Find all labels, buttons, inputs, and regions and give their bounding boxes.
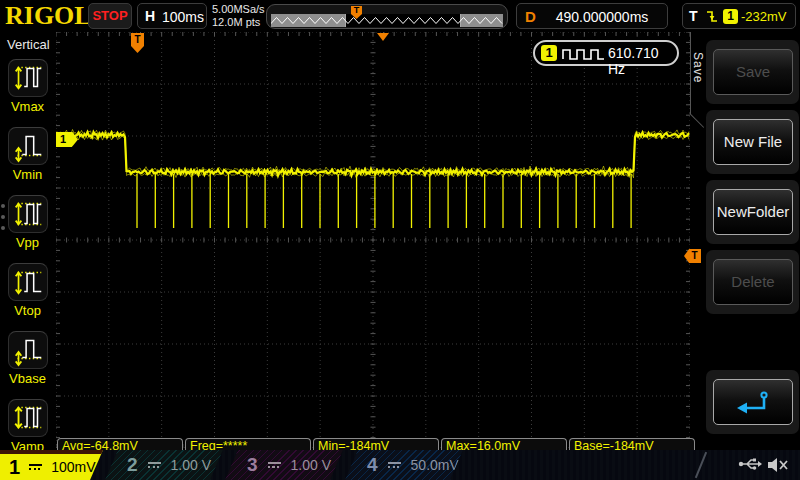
save-button[interactable]: Save bbox=[713, 49, 793, 95]
vmin-icon bbox=[8, 127, 48, 165]
overview-waveform bbox=[271, 14, 503, 27]
sidebar-item-vtop[interactable]: Vtop bbox=[0, 263, 55, 318]
oscilloscope-screen: RIGOL STOP H 100ms 5.00MSa/s 12.0M pts T… bbox=[0, 0, 800, 480]
sidebar-item-label: Vpp bbox=[0, 235, 55, 250]
dc-coupling-icon bbox=[148, 462, 161, 468]
channel-scale: 50.0mV bbox=[411, 457, 459, 473]
dc-coupling-icon bbox=[29, 464, 42, 470]
trigger-label: T bbox=[689, 8, 698, 24]
scope-graticule-and-trace bbox=[56, 32, 690, 448]
channel-number: 4 bbox=[367, 454, 378, 476]
falling-edge-icon bbox=[705, 9, 719, 25]
delay-label: D bbox=[525, 8, 536, 25]
menu-strip bbox=[706, 370, 799, 434]
page-indicator-dot bbox=[1, 226, 5, 230]
vamp-icon bbox=[8, 399, 48, 437]
channel-number: 1 bbox=[9, 456, 20, 479]
square-wave-icon bbox=[562, 46, 606, 63]
menu-strip: Delete bbox=[706, 250, 799, 314]
sidebar-item-vamp[interactable]: Vamp bbox=[0, 399, 55, 454]
vtop-icon bbox=[8, 263, 48, 301]
freq-counter-value: 610.710 Hz bbox=[608, 45, 677, 77]
dc-coupling-icon bbox=[268, 462, 281, 468]
sidebar-item-vmin[interactable]: Vmin bbox=[0, 127, 55, 182]
menu-title: Save bbox=[691, 52, 705, 83]
vpp-icon bbox=[8, 195, 48, 233]
channel-status-bar: 1 100mV 2 1.00 V 3 1.00 V 4 50.0mV bbox=[0, 450, 800, 480]
dc-coupling-icon bbox=[388, 462, 401, 468]
sidebar-item-vpp[interactable]: Vpp bbox=[0, 195, 55, 250]
trigger-source-badge: 1 bbox=[723, 9, 738, 24]
sidebar-item-label: Vtop bbox=[0, 303, 55, 318]
trigger-level-value: -232mV bbox=[741, 9, 787, 24]
menu-tab-border-diagonal bbox=[689, 113, 704, 128]
delay-box: D 490.000000ms bbox=[516, 3, 668, 29]
freq-counter-channel-badge: 1 bbox=[541, 45, 557, 61]
sidebar-item-vbase[interactable]: Vbase bbox=[0, 331, 55, 386]
usb-icon bbox=[738, 456, 762, 472]
page-indicator-dot bbox=[1, 204, 5, 208]
channel-2-tab[interactable]: 2 1.00 V bbox=[105, 450, 223, 480]
sidebar-title: Vertical bbox=[0, 32, 55, 52]
measure-sidebar: Vertical Vmax Vmin Vpp bbox=[0, 32, 55, 450]
channel-scale: 100mV bbox=[51, 459, 95, 475]
top-status-bar: RIGOL STOP H 100ms 5.00MSa/s 12.0M pts T… bbox=[0, 0, 800, 32]
sidebar-item-label: Vmin bbox=[0, 167, 55, 182]
acquisition-status-badge: STOP bbox=[88, 3, 132, 29]
menu-back-button[interactable] bbox=[713, 379, 793, 425]
vbase-icon bbox=[8, 331, 48, 369]
memory-depth: 12.0M pts bbox=[212, 16, 265, 29]
channel-number: 3 bbox=[247, 454, 258, 476]
menu-strip: Save bbox=[706, 40, 799, 104]
frequency-counter: 1 610.710 Hz bbox=[533, 40, 679, 66]
soft-menu: Save New File NewFolder Delete bbox=[704, 32, 800, 448]
channel-scale: 1.00 V bbox=[171, 457, 211, 473]
delay-value: 490.000000ms bbox=[543, 9, 661, 25]
sample-rate-block: 5.00MSa/s 12.0M pts bbox=[212, 3, 265, 29]
channel-1-tab[interactable]: 1 100mV bbox=[0, 450, 103, 480]
timebase-value: 100ms bbox=[162, 9, 204, 25]
sidebar-item-vmax[interactable]: Vmax bbox=[0, 59, 55, 114]
waveform-overview-bar[interactable]: T bbox=[266, 4, 508, 29]
horizontal-label: H bbox=[145, 8, 155, 24]
waveform-display: 1 610.710 Hz 1 T T Avg=-64.8mV Freq=****… bbox=[56, 32, 690, 448]
return-arrow-icon bbox=[735, 389, 771, 417]
new-file-button[interactable]: New File bbox=[713, 119, 793, 165]
sidebar-item-label: Vbase bbox=[0, 371, 55, 386]
speaker-muted-icon bbox=[766, 456, 790, 474]
horizontal-timebase-box: H 100ms bbox=[137, 3, 207, 29]
delete-button[interactable]: Delete bbox=[713, 259, 793, 305]
channel-scale: 1.00 V bbox=[291, 457, 331, 473]
menu-strip: New File bbox=[706, 110, 799, 174]
center-time-marker-icon bbox=[377, 33, 389, 41]
menu-strip: NewFolder bbox=[706, 180, 799, 244]
vmax-icon bbox=[8, 59, 48, 97]
trigger-info-box: T 1 -232mV bbox=[682, 3, 796, 29]
channel-3-tab[interactable]: 3 1.00 V bbox=[225, 450, 343, 480]
status-bar-divider bbox=[695, 452, 707, 479]
page-indicator-dot bbox=[1, 215, 5, 219]
new-folder-button[interactable]: NewFolder bbox=[713, 189, 793, 235]
channel-4-tab[interactable]: 4 50.0mV bbox=[345, 450, 463, 480]
channel-number: 2 bbox=[127, 454, 138, 476]
sidebar-item-label: Vmax bbox=[0, 99, 55, 114]
sample-rate: 5.00MSa/s bbox=[212, 3, 265, 16]
rigol-logo: RIGOL bbox=[5, 1, 92, 31]
